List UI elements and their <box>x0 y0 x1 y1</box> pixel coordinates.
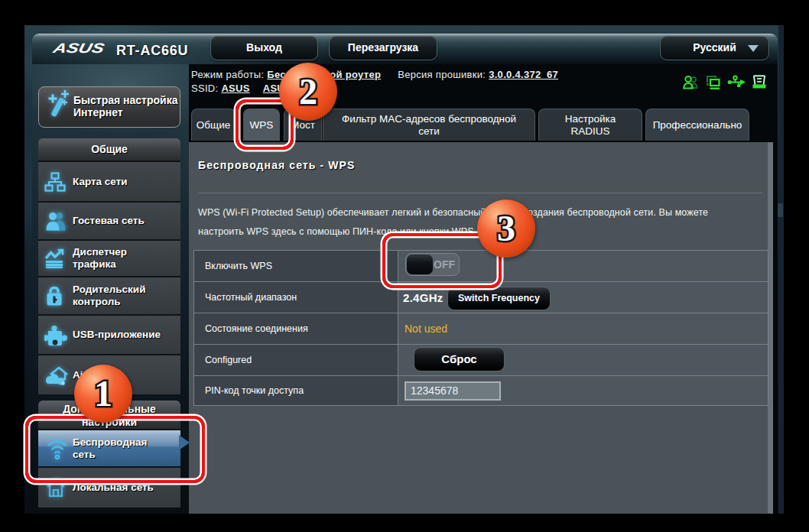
svg-text:1: 1 <box>94 373 112 414</box>
svg-text:2: 2 <box>299 71 317 112</box>
svg-text:ASUS: ASUS <box>52 42 106 54</box>
svg-text:3: 3 <box>497 208 515 248</box>
